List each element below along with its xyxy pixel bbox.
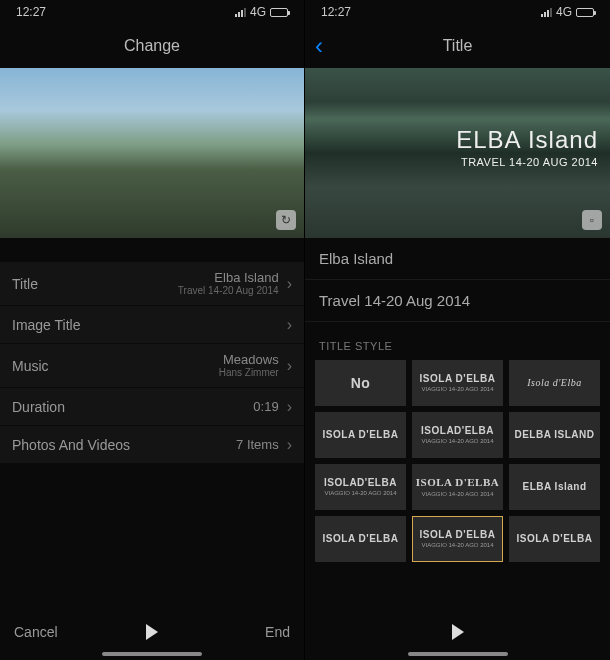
style-tile-8[interactable]: ELBA Island — [509, 464, 600, 510]
bottom-bar-right — [305, 604, 610, 660]
signal-icon — [541, 8, 552, 17]
setting-image-title[interactable]: Image Title › — [0, 306, 304, 344]
overlay-sub: TRAVEL 14-20 AUG 2014 — [456, 156, 598, 168]
style-tile-6[interactable]: ISOLAD'ELBAVIAGGIO 14-20 AGO 2014 — [315, 464, 406, 510]
network-label: 4G — [556, 5, 572, 19]
chevron-icon: › — [287, 357, 292, 375]
network-label: 4G — [250, 5, 266, 19]
play-icon[interactable] — [146, 624, 158, 640]
chevron-icon: › — [287, 316, 292, 334]
status-right: 4G — [541, 5, 594, 19]
bottom-bar-left: Cancel End — [0, 604, 304, 660]
signal-icon — [235, 8, 246, 17]
battery-icon — [270, 8, 288, 17]
nav-title-change: Change — [124, 37, 180, 55]
settings-list: Title Elba Island Travel 14-20 Aug 2014 … — [0, 262, 304, 464]
end-button[interactable]: End — [265, 624, 290, 640]
setting-duration[interactable]: Duration 0:19 › — [0, 388, 304, 426]
status-bar: 12:27 4G — [305, 0, 610, 24]
overlay-main: ELBA Island — [456, 126, 598, 154]
nav-bar-right: ‹ Title — [305, 24, 610, 68]
style-tile-9[interactable]: ISOLA D'ELBA — [315, 516, 406, 562]
battery-icon — [576, 8, 594, 17]
section-title-style: TITLE STYLE — [305, 322, 610, 360]
style-tile-0[interactable]: No — [315, 360, 406, 406]
setting-duration-label: Duration — [12, 399, 253, 415]
chevron-icon: › — [287, 436, 292, 454]
nav-title-title: Title — [443, 37, 473, 55]
subtitle-input[interactable]: Travel 14-20 Aug 2014 — [305, 280, 610, 322]
setting-title[interactable]: Title Elba Island Travel 14-20 Aug 2014 … — [0, 262, 304, 306]
setting-duration-value: 0:19 — [253, 399, 278, 414]
status-right: 4G — [235, 5, 288, 19]
setting-image-title-label: Image Title — [12, 317, 279, 333]
setting-music[interactable]: Music Meadows Hans Zimmer › — [0, 344, 304, 388]
style-tile-1[interactable]: ISOLA D'ELBAVIAGGIO 14-20 AGO 2014 — [412, 360, 503, 406]
setting-title-label: Title — [12, 276, 178, 292]
chevron-icon: › — [287, 275, 292, 293]
style-tile-11[interactable]: ISOLA D'ELBA — [509, 516, 600, 562]
doc-icon[interactable]: ▫ — [582, 210, 602, 230]
style-tile-5[interactable]: DELBA ISLAND — [509, 412, 600, 458]
setting-title-value: Elba Island Travel 14-20 Aug 2014 — [178, 270, 279, 297]
chevron-icon: › — [287, 398, 292, 416]
back-button[interactable]: ‹ — [315, 32, 323, 60]
style-tile-7[interactable]: ISOLA D'ELBAVIAGGIO 14-20 AGO 2014 — [412, 464, 503, 510]
preview-change[interactable]: ↻ — [0, 68, 304, 238]
style-tile-10[interactable]: ISOLA D'ELBAVIAGGIO 14-20 AGO 2014 — [412, 516, 503, 562]
preview-title[interactable]: ELBA Island TRAVEL 14-20 AUG 2014 ▫ — [305, 68, 610, 238]
title-input[interactable]: Elba Island — [305, 238, 610, 280]
nav-bar-left: Change — [0, 24, 304, 68]
rotate-icon[interactable]: ↻ — [276, 210, 296, 230]
style-grid: NoISOLA D'ELBAVIAGGIO 14-20 AGO 2014Isol… — [305, 360, 610, 562]
status-time: 12:27 — [321, 5, 351, 19]
setting-music-value: Meadows Hans Zimmer — [219, 352, 279, 379]
status-time: 12:27 — [16, 5, 46, 19]
style-tile-2[interactable]: Isola d'Elba — [509, 360, 600, 406]
setting-photos-label: Photos And Videos — [12, 437, 236, 453]
cancel-button[interactable]: Cancel — [14, 624, 58, 640]
style-tile-3[interactable]: ISOLA D'ELBA — [315, 412, 406, 458]
home-indicator[interactable] — [408, 652, 508, 656]
status-bar: 12:27 4G — [0, 0, 304, 24]
title-overlay: ELBA Island TRAVEL 14-20 AUG 2014 — [456, 126, 598, 168]
home-indicator[interactable] — [102, 652, 202, 656]
setting-photos-value: 7 Items — [236, 437, 279, 452]
style-tile-4[interactable]: ISOLAD'ELBAVIAGGIO 14-20 AGO 2014 — [412, 412, 503, 458]
play-icon[interactable] — [452, 624, 464, 640]
setting-photos[interactable]: Photos And Videos 7 Items › — [0, 426, 304, 464]
setting-music-label: Music — [12, 358, 219, 374]
